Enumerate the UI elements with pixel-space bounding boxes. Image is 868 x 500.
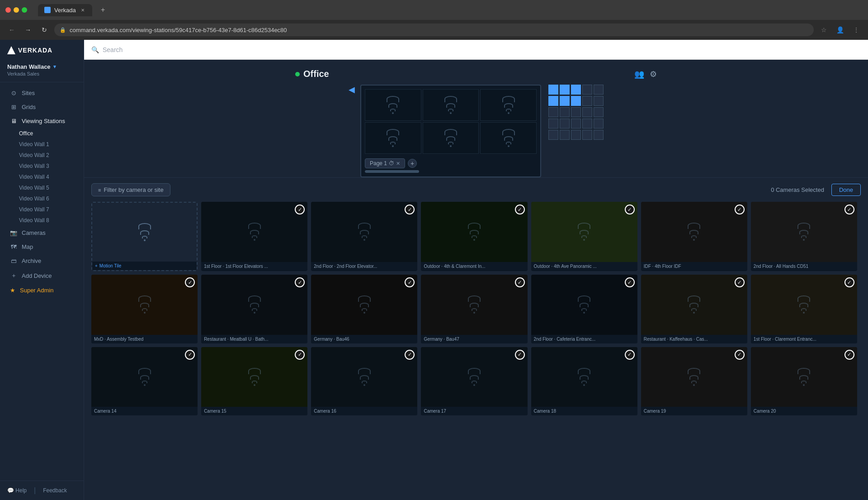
camera-thumb-c2[interactable]: ✓2nd Floor · 2nd Floor Elevator... — [311, 202, 417, 271]
camera-cell-6[interactable] — [480, 122, 537, 154]
grid-cell-3-2[interactable] — [571, 119, 581, 129]
camera-check-c3[interactable]: ✓ — [515, 205, 525, 214]
camera-thumb-c6[interactable]: ✓2nd Floor · All Hands CD51 — [751, 202, 857, 271]
camera-thumb-c3[interactable]: ✓Outdoor · 4th & Claremont In... — [421, 202, 527, 271]
camera-thumb-c15[interactable]: ✓Camera 15 — [201, 347, 307, 415]
camera-check-c18[interactable]: ✓ — [625, 350, 635, 360]
grid-cell-1-3[interactable] — [582, 96, 592, 106]
bookmark-btn[interactable]: ☆ — [817, 24, 830, 36]
minimize-window-btn[interactable] — [14, 7, 19, 13]
camera-thumb-c4[interactable]: ✓Outdoor · 4th Ave Panoramic ... — [531, 202, 637, 271]
sidebar-item-viewing-stations[interactable]: 🖥 Viewing Stations — [3, 114, 81, 128]
sidebar-sub-item-vw7[interactable]: Video Wall 7 — [0, 204, 84, 215]
sidebar-item-add-device[interactable]: ＋ Add Device — [3, 268, 81, 283]
help-link[interactable]: 💬 Help — [7, 487, 27, 494]
grid-cell-2-0[interactable] — [548, 107, 558, 117]
forward-btn[interactable]: → — [22, 24, 34, 36]
camera-cell-3[interactable] — [480, 89, 537, 121]
search-bar-inner[interactable]: 🔍 Search — [91, 46, 123, 53]
camera-thumb-c10[interactable]: ✓Germany · Bau47 — [421, 275, 527, 343]
feedback-link[interactable]: Feedback — [43, 487, 67, 494]
profile-btn[interactable]: 👤 — [834, 24, 846, 36]
sidebar-sub-item-vw6[interactable]: Video Wall 6 — [0, 193, 84, 204]
camera-thumb-c16[interactable]: ✓Camera 16 — [311, 347, 417, 415]
grid-cell-0-3[interactable] — [582, 85, 592, 95]
grid-cell-2-3[interactable] — [582, 107, 592, 117]
grid-cell-4-4[interactable] — [594, 130, 604, 140]
sidebar-sub-item-vw1[interactable]: Video Wall 1 — [0, 139, 84, 150]
sidebar-item-grids[interactable]: ⊞ Grids — [3, 100, 81, 114]
grid-cell-4-1[interactable] — [560, 130, 570, 140]
camera-check-c5[interactable]: ✓ — [735, 205, 745, 214]
grid-cell-3-0[interactable] — [548, 119, 558, 129]
grid-cell-3-1[interactable] — [560, 119, 570, 129]
page-close-btn[interactable]: ✕ — [396, 161, 400, 167]
grid-cell-0-1[interactable] — [560, 85, 570, 95]
maximize-window-btn[interactable] — [22, 7, 27, 13]
sidebar-sub-item-vw4[interactable]: Video Wall 4 — [0, 171, 84, 182]
sidebar-sub-item-vw8[interactable]: Video Wall 8 — [0, 215, 84, 226]
camera-cell-4[interactable] — [365, 122, 421, 154]
camera-check-c15[interactable]: ✓ — [295, 350, 305, 360]
camera-check-c20[interactable]: ✓ — [844, 350, 854, 360]
grid-cell-2-1[interactable] — [560, 107, 570, 117]
browser-tab[interactable]: Verkada ✕ — [38, 4, 92, 16]
camera-check-c10[interactable]: ✓ — [515, 277, 525, 287]
camera-thumb-c8[interactable]: ✓Restaurant · Meatball U · Bath... — [201, 275, 307, 343]
camera-thumb-c18[interactable]: ✓Camera 18 — [531, 347, 637, 415]
tab-close-btn[interactable]: ✕ — [80, 7, 86, 13]
sidebar-item-super-admin[interactable]: ★ Super Admin — [3, 283, 81, 297]
camera-check-c11[interactable]: ✓ — [625, 277, 635, 287]
camera-thumb-c13[interactable]: ✓1st Floor · Claremont Entranc... — [751, 275, 857, 343]
sidebar-sub-item-vw5[interactable]: Video Wall 5 — [0, 182, 84, 193]
grid-cell-0-4[interactable] — [594, 85, 604, 95]
camera-thumb-c12[interactable]: ✓Restaurant · Kaffeehaus · Cas... — [641, 275, 747, 343]
camera-thumb-c20[interactable]: ✓Camera 20 — [751, 347, 857, 415]
grid-cell-1-4[interactable] — [594, 96, 604, 106]
prev-arrow[interactable]: ◀ — [349, 85, 357, 95]
back-btn[interactable]: ← — [5, 24, 18, 36]
camera-thumb-c1[interactable]: ✓1st Floor · 1st Floor Elevators ... — [201, 202, 307, 271]
camera-thumb-c11[interactable]: ✓2nd Floor · Cafeteria Entranc... — [531, 275, 637, 343]
camera-cell-5[interactable] — [423, 122, 479, 154]
done-btn[interactable]: Done — [831, 184, 861, 196]
grid-cell-0-0[interactable] — [548, 85, 558, 95]
motion-tile-thumb[interactable]: + Motion Tile — [91, 202, 198, 271]
camera-check-c16[interactable]: ✓ — [405, 350, 415, 360]
camera-thumb-c7[interactable]: ✓MxD · Assembly Testbed — [91, 275, 198, 343]
grid-cell-4-2[interactable] — [571, 130, 581, 140]
grid-cell-4-3[interactable] — [582, 130, 592, 140]
grid-cell-3-4[interactable] — [594, 119, 604, 129]
refresh-btn[interactable]: ↻ — [38, 24, 51, 36]
share-btn[interactable]: 👥 — [634, 69, 644, 79]
grid-cell-1-0[interactable] — [548, 96, 558, 106]
close-window-btn[interactable] — [5, 7, 11, 13]
grid-selector[interactable] — [548, 85, 604, 140]
camera-check-c17[interactable]: ✓ — [515, 350, 525, 360]
menu-btn[interactable]: ⋮ — [850, 24, 863, 36]
sidebar-sub-item-vw3[interactable]: Video Wall 3 — [0, 161, 84, 171]
camera-check-c19[interactable]: ✓ — [735, 350, 745, 360]
camera-check-c4[interactable]: ✓ — [625, 205, 635, 214]
camera-thumb-c17[interactable]: ✓Camera 17 — [421, 347, 527, 415]
grid-cell-1-1[interactable] — [560, 96, 570, 106]
camera-cell-1[interactable] — [365, 89, 421, 121]
grid-cell-4-0[interactable] — [548, 130, 558, 140]
sidebar-item-archive[interactable]: 🗃 Archive — [3, 254, 81, 268]
grid-cell-0-2[interactable] — [571, 85, 581, 95]
settings-btn[interactable]: ⚙ — [650, 69, 657, 79]
camera-check-c14[interactable]: ✓ — [185, 350, 195, 360]
sidebar-item-sites[interactable]: ⊙ Sites — [3, 86, 81, 100]
sidebar-item-cameras[interactable]: 📷 Cameras — [3, 226, 81, 240]
camera-thumb-c19[interactable]: ✓Camera 19 — [641, 347, 747, 415]
grid-cell-2-2[interactable] — [571, 107, 581, 117]
camera-thumb-c9[interactable]: ✓Germany · Bau46 — [311, 275, 417, 343]
grid-cell-1-2[interactable] — [571, 96, 581, 106]
camera-thumb-c14[interactable]: ✓Camera 14 — [91, 347, 198, 415]
sidebar-item-map[interactable]: 🗺 Map — [3, 240, 81, 254]
page-1-tab[interactable]: Page 1 ⏱ ✕ — [365, 158, 405, 168]
camera-thumb-c5[interactable]: ✓IDF · 4th Floor IDF — [641, 202, 747, 271]
sidebar-sub-item-office[interactable]: Office — [0, 128, 84, 139]
grid-cell-2-4[interactable] — [594, 107, 604, 117]
grid-cell-3-3[interactable] — [582, 119, 592, 129]
